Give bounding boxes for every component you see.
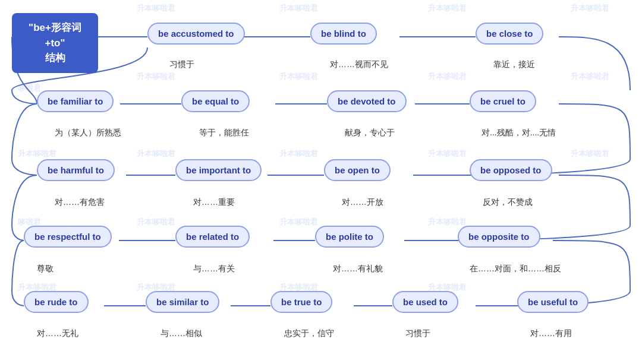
pill-n3: be close to [476,23,543,45]
pill-n16: be rude to [24,291,89,313]
watermark: 升本哆啦君 [137,148,175,159]
watermark: 升本哆啦君 [428,71,467,82]
pill-n2: be blind to [310,23,377,45]
watermark: 升本哆啦君 [279,217,318,227]
zh-n13: 与……有关 [193,264,235,274]
title-line2: 结构 [45,52,65,64]
zh-n12: 尊敬 [37,264,54,274]
pill-n7: be cruel to [470,90,536,112]
watermark: 升本哆啦君 [137,217,175,227]
zh-n5: 等于，能胜任 [199,128,249,138]
zh-n9: 对……重要 [193,197,235,208]
pill-n8: be harmful to [37,159,115,181]
zh-n17: 与……相似 [160,328,202,339]
watermark: 升本哆啦君 [279,148,318,159]
watermark: 升本哆啦君 [428,148,467,159]
watermark: 升本哆啦君 [428,3,467,14]
pill-n14: be polite to [315,226,384,248]
watermark: 哆啦君 [18,83,41,94]
pill-n9: be important to [175,159,262,181]
watermark: 升本哆啦君 [137,3,175,14]
zh-n3: 靠近，接近 [493,59,535,70]
watermark: 升本哆啦君 [571,71,609,82]
title-box: "be+形容词+to" 结构 [12,13,98,73]
pill-n11: be opposed to [470,159,552,181]
pill-n5: be equal to [181,90,250,112]
zh-n20: 对……有用 [530,328,572,339]
zh-n19: 习惯于 [405,328,430,339]
zh-n11: 反对，不赞成 [483,197,533,208]
zh-n7: 对...残酷，对....无情 [482,128,556,138]
zh-n14: 对……有礼貌 [333,264,383,274]
zh-n4: 为（某人）所熟悉 [55,128,121,138]
pill-n12: be respectful to [24,226,112,248]
pill-n13: be related to [175,226,250,248]
main-container: 升本哆啦君 升本哆啦君 升本哆啦君 升本哆啦君 哆啦君 升本哆啦君 升本哆啦君 … [0,0,642,364]
zh-n16: 对……无礼 [37,328,78,339]
zh-n1: 习惯于 [169,59,194,70]
pill-n18: be true to [270,291,332,313]
zh-n18: 忠实于，信守 [284,328,334,339]
watermark: 升本哆啦君 [18,148,56,159]
pill-n17: be similar to [146,291,219,313]
zh-n15: 在……对面，和……相反 [470,264,561,274]
watermark: 升本哆啦君 [571,148,609,159]
pill-n15: be opposite to [458,226,540,248]
pill-n20: be useful to [517,291,588,313]
watermark: 升本哆啦君 [279,71,318,82]
zh-n8: 对……有危害 [55,197,105,208]
zh-n6: 献身，专心于 [345,128,395,138]
watermark: 升本哆啦君 [571,3,609,14]
pill-n19: be used to [392,291,458,313]
watermark: 升本哆啦君 [137,71,175,82]
zh-n10: 对……开放 [342,197,383,208]
pill-n4: be familiar to [37,90,114,112]
zh-n2: 对……视而不见 [330,59,388,70]
pill-n1: be accustomed to [147,23,245,45]
pill-n6: be devoted to [327,90,407,112]
watermark: 升本哆啦君 [279,3,318,14]
title-line1: "be+形容词+to" [29,22,81,49]
watermark: 升本哆啦君 [428,217,467,227]
pill-n10: be open to [324,159,391,181]
